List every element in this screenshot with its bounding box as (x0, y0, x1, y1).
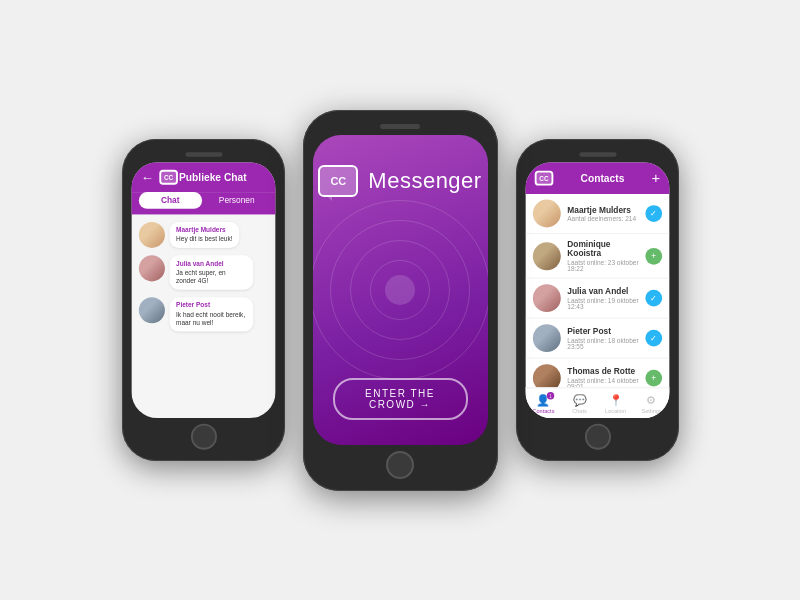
contacts-title: Contacts (558, 173, 645, 184)
bubble-3: Pieter Post Ik had echt nooit bereik, ma… (169, 297, 253, 332)
right-speaker (578, 152, 615, 157)
chat-message-3: Pieter Post Ik had echt nooit bereik, ma… (138, 297, 267, 332)
enter-crowd-button[interactable]: ENTER THE CROWD → (333, 378, 468, 420)
right-phone: CC Contacts + Maartje Mulders Aantal dee… (516, 139, 679, 461)
status-maartje: ✓ (645, 205, 662, 222)
footer-contacts[interactable]: 👤 1 Contacts (525, 392, 561, 416)
tab-personen[interactable]: Personen (205, 192, 268, 209)
tab-chat[interactable]: Chat (138, 192, 201, 209)
chats-icon: 💬 (572, 394, 586, 407)
contact-name-thomas: Thomas de Rotte (567, 366, 639, 375)
contact-sub-pieter: Laatst online: 18 oktober 23:55 (567, 337, 639, 350)
right-screen: CC Contacts + Maartje Mulders Aantal dee… (525, 162, 669, 418)
contact-sub-thomas: Laatst online: 14 oktober 09:01 (567, 377, 639, 388)
contact-item-thomas[interactable]: Thomas de Rotte Laatst online: 14 oktobe… (525, 359, 669, 388)
chat-title: Publieke Chat (159, 172, 266, 183)
status-thomas: + (645, 370, 662, 387)
msg-name-1: Maartje Mulders (176, 227, 232, 234)
status-dominique: + (645, 247, 662, 264)
center-phone: CC Messenger ENTER THE CROWD → (303, 110, 498, 491)
footer-chats[interactable]: 💬 Chats (561, 392, 597, 416)
footer-settings[interactable]: ⚙ Settings (633, 392, 669, 416)
contacts-icon: 👤 1 (536, 394, 550, 407)
bubble-1: Maartje Mulders Hey dit is best leuk! (169, 222, 238, 248)
chat-messages: Maartje Mulders Hey dit is best leuk! Ju… (131, 214, 275, 418)
chat-message-2: Julia van Andel Ja echt super, en zonder… (138, 255, 267, 290)
contact-item-julia[interactable]: Julia van Andel Laatst online: 19 oktobe… (525, 279, 669, 319)
contact-list: Maartje Mulders Aantal deelnemers: 214 ✓… (525, 194, 669, 387)
add-contact-icon[interactable]: + (651, 170, 660, 187)
contact-sub-julia: Laatst online: 19 oktober 12:43 (567, 297, 639, 310)
cc-logo-center: CC (318, 165, 358, 197)
messenger-screen: CC Messenger ENTER THE CROWD → (313, 135, 488, 445)
msg-name-2: Julia van Andel (176, 260, 247, 267)
left-phone: ← CC Publieke Chat Chat Personen Maartje… (122, 139, 285, 461)
footer-location[interactable]: 📍 Location (597, 392, 633, 416)
contacts-header: CC Contacts + (525, 162, 669, 194)
msg-text-2: Ja echt super, en zonder 4G! (176, 268, 247, 285)
scene: ← CC Publieke Chat Chat Personen Maartje… (96, 90, 705, 511)
msg-name-3: Pieter Post (176, 302, 247, 309)
center-speaker (380, 124, 420, 129)
chat-header: ← CC Publieke Chat (131, 162, 275, 192)
avatar-julia-right (532, 284, 560, 312)
status-julia: ✓ (645, 290, 662, 307)
bubble-2: Julia van Andel Ja echt super, en zonder… (169, 255, 253, 290)
contact-sub-dominique: Laatst online: 23 oktober 18:22 (567, 259, 639, 272)
avatar-pieter-left (138, 297, 164, 323)
contact-info-thomas: Thomas de Rotte Laatst online: 14 oktobe… (567, 366, 639, 387)
contact-name-dominique: Dominique Kooistra (567, 240, 639, 259)
center-screen: CC Messenger ENTER THE CROWD → (313, 135, 488, 445)
contact-name-pieter: Pieter Post (567, 327, 639, 336)
contact-info-dominique: Dominique Kooistra Laatst online: 23 okt… (567, 240, 639, 273)
chats-footer-label: Chats (572, 409, 587, 415)
status-pieter: ✓ (645, 330, 662, 347)
contact-item-dominique[interactable]: Dominique Kooistra Laatst online: 23 okt… (525, 234, 669, 279)
chat-tabs: Chat Personen (131, 192, 275, 214)
avatar-maartje-right (532, 200, 560, 228)
contact-name-maartje: Maartje Mulders (567, 205, 639, 214)
contact-info-pieter: Pieter Post Laatst online: 18 oktober 23… (567, 327, 639, 350)
left-home-button[interactable] (190, 424, 216, 450)
settings-icon: ⚙ (646, 394, 656, 407)
messenger-logo-area: CC Messenger (318, 165, 481, 197)
avatar-pieter-right (532, 324, 560, 352)
contact-name-julia: Julia van Andel (567, 287, 639, 296)
contact-sub-maartje: Aantal deelnemers: 214 (567, 215, 639, 222)
contacts-footer: 👤 1 Contacts 💬 Chats 📍 Location (525, 387, 669, 418)
contacts-footer-label: Contacts (532, 409, 554, 415)
back-arrow-icon[interactable]: ← (140, 170, 153, 185)
avatar-maartje-left (138, 222, 164, 248)
contact-info-maartje: Maartje Mulders Aantal deelnemers: 214 (567, 205, 639, 222)
cc-logo-right: CC (534, 171, 553, 186)
contact-item-maartje[interactable]: Maartje Mulders Aantal deelnemers: 214 ✓ (525, 194, 669, 234)
contact-info-julia: Julia van Andel Laatst online: 19 oktobe… (567, 287, 639, 310)
left-speaker (184, 152, 221, 157)
avatar-thomas (532, 364, 560, 387)
avatar-julia-left (138, 255, 164, 281)
chat-message-1: Maartje Mulders Hey dit is best leuk! (138, 222, 267, 248)
contact-item-pieter[interactable]: Pieter Post Laatst online: 18 oktober 23… (525, 319, 669, 359)
location-icon: 📍 (608, 394, 622, 407)
msg-text-1: Hey dit is best leuk! (176, 235, 232, 243)
location-footer-label: Location (604, 409, 625, 415)
contacts-screen: CC Contacts + Maartje Mulders Aantal dee… (525, 162, 669, 418)
avatar-dominique (532, 242, 560, 270)
settings-footer-label: Settings (641, 409, 661, 415)
chat-screen: ← CC Publieke Chat Chat Personen Maartje… (131, 162, 275, 418)
contacts-badge: 1 (546, 392, 553, 399)
right-home-button[interactable] (584, 424, 610, 450)
messenger-title: Messenger (368, 168, 481, 194)
center-home-button[interactable] (386, 451, 414, 479)
msg-text-3: Ik had echt nooit bereik, maar nu wel! (176, 310, 247, 327)
left-screen: ← CC Publieke Chat Chat Personen Maartje… (131, 162, 275, 418)
